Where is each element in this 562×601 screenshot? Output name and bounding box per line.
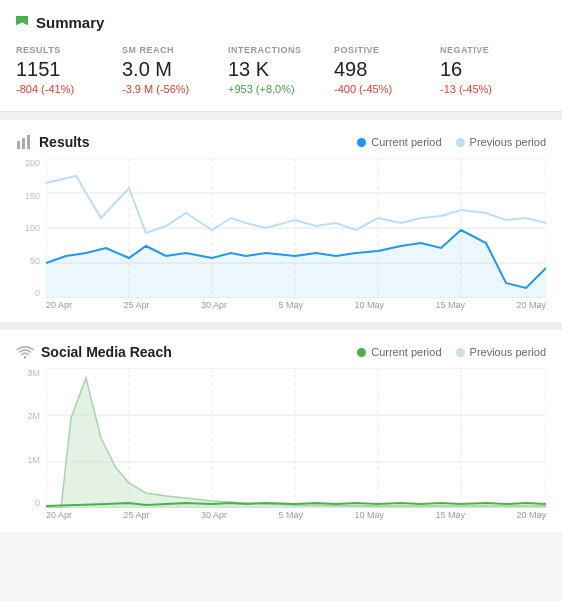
results-previous-label: Previous period <box>470 136 546 148</box>
y-label-0: 0 <box>16 288 40 298</box>
x-label-5may: 5 May <box>279 300 304 310</box>
svg-rect-2 <box>27 135 30 149</box>
results-previous-line <box>46 176 546 233</box>
x-label-20may: 20 May <box>516 300 546 310</box>
results-value: 1151 <box>16 57 114 81</box>
smreach-current-dot <box>357 348 366 357</box>
interactions-value: 13 K <box>228 57 326 81</box>
positive-label: POSITIVE <box>334 45 432 55</box>
positive-change: -400 (-45%) <box>334 83 432 95</box>
results-previous-legend: Previous period <box>456 136 546 148</box>
smreach-chart-header: Social Media Reach Current period Previo… <box>16 344 546 360</box>
svg-point-15 <box>24 356 26 358</box>
sm-y-label-3m: 3M <box>16 368 40 378</box>
smreach-value: 3.0 M <box>122 57 220 81</box>
results-x-axis: 20 Apr 25 Apr 30 Apr 5 May 10 May 15 May… <box>16 300 546 310</box>
sm-x-label-20may: 20 May <box>516 510 546 520</box>
sm-x-label-5may: 5 May <box>279 510 304 520</box>
summary-interactions: INTERACTIONS 13 K +953 (+8.0%) <box>228 45 334 95</box>
svg-rect-0 <box>17 141 20 149</box>
x-label-10may: 10 May <box>354 300 384 310</box>
smreach-previous-label: Previous period <box>470 346 546 358</box>
interactions-change: +953 (+8.0%) <box>228 83 326 95</box>
x-label-25apr: 25 Apr <box>124 300 150 310</box>
negative-change: -13 (-45%) <box>440 83 538 95</box>
svg-rect-1 <box>22 138 25 149</box>
results-chart-section: Results Current period Previous period 2… <box>0 120 562 322</box>
results-chart-header: Results Current period Previous period <box>16 134 546 150</box>
y-label-50: 50 <box>16 256 40 266</box>
smreach-chart-section: Social Media Reach Current period Previo… <box>0 330 562 532</box>
summary-negative: NEGATIVE 16 -13 (-45%) <box>440 45 546 95</box>
summary-flag-icon <box>16 16 28 30</box>
smreach-chart-title: Social Media Reach <box>16 344 172 360</box>
x-label-30apr: 30 Apr <box>201 300 227 310</box>
results-previous-dot <box>456 138 465 147</box>
results-chart-title: Results <box>16 134 90 150</box>
sm-y-label-0: 0 <box>16 498 40 508</box>
smreach-chart-title-text: Social Media Reach <box>41 344 172 360</box>
x-label-20apr: 20 Apr <box>46 300 72 310</box>
smreach-change: -3.9 M (-56%) <box>122 83 220 95</box>
negative-value: 16 <box>440 57 538 81</box>
sm-x-label-25apr: 25 Apr <box>124 510 150 520</box>
results-chart-legend: Current period Previous period <box>357 136 546 148</box>
results-current-label: Current period <box>371 136 441 148</box>
negative-label: NEGATIVE <box>440 45 538 55</box>
summary-title: Summary <box>16 14 546 31</box>
results-chart-title-text: Results <box>39 134 90 150</box>
results-current-dot <box>357 138 366 147</box>
results-chart-svg <box>46 158 546 298</box>
smreach-current-label: Current period <box>371 346 441 358</box>
summary-title-text: Summary <box>36 14 104 31</box>
x-label-15may: 15 May <box>435 300 465 310</box>
results-label: RESULTS <box>16 45 114 55</box>
sm-x-label-15may: 15 May <box>435 510 465 520</box>
barchart-icon <box>16 135 32 149</box>
interactions-label: INTERACTIONS <box>228 45 326 55</box>
smreach-previous-legend: Previous period <box>456 346 546 358</box>
smreach-label: SM REACH <box>122 45 220 55</box>
results-change: -804 (-41%) <box>16 83 114 95</box>
y-label-100: 100 <box>16 223 40 233</box>
sm-x-label-10may: 10 May <box>354 510 384 520</box>
sm-x-label-30apr: 30 Apr <box>201 510 227 520</box>
summary-results: RESULTS 1151 -804 (-41%) <box>16 45 122 95</box>
y-label-150: 150 <box>16 191 40 201</box>
smreach-chart-svg <box>46 368 546 508</box>
smreach-chart-legend: Current period Previous period <box>357 346 546 358</box>
sm-y-label-1m: 1M <box>16 455 40 465</box>
smreach-previous-dot <box>456 348 465 357</box>
summary-grid: RESULTS 1151 -804 (-41%) SM REACH 3.0 M … <box>16 45 546 95</box>
summary-section: Summary RESULTS 1151 -804 (-41%) SM REAC… <box>0 0 562 112</box>
wifi-icon <box>16 345 34 359</box>
smreach-current-legend: Current period <box>357 346 441 358</box>
sm-x-label-20apr: 20 Apr <box>46 510 72 520</box>
summary-smreach: SM REACH 3.0 M -3.9 M (-56%) <box>122 45 228 95</box>
smreach-x-axis: 20 Apr 25 Apr 30 Apr 5 May 10 May 15 May… <box>16 510 546 520</box>
page: Summary RESULTS 1151 -804 (-41%) SM REAC… <box>0 0 562 532</box>
smreach-previous-fill <box>46 378 546 508</box>
positive-value: 498 <box>334 57 432 81</box>
results-current-legend: Current period <box>357 136 441 148</box>
y-label-200: 200 <box>16 158 40 168</box>
results-current-fill <box>46 230 546 298</box>
summary-positive: POSITIVE 498 -400 (-45%) <box>334 45 440 95</box>
sm-y-label-2m: 2M <box>16 411 40 421</box>
